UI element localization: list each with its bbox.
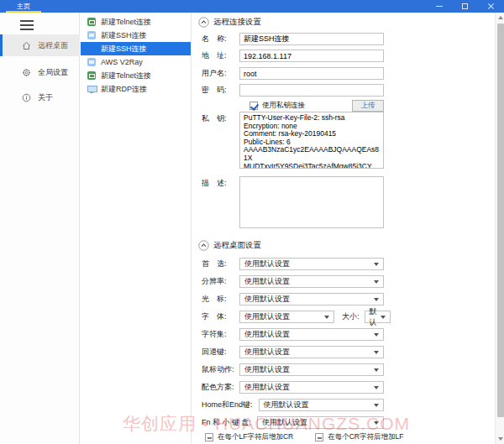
list-item-telnet-1[interactable]: 新建Telnet连接: [81, 15, 191, 29]
info-icon: [22, 93, 31, 102]
font-size-select[interactable]: 默认: [365, 311, 391, 323]
fn-keypad-select[interactable]: 使用默认设置: [257, 416, 384, 429]
scroll-down-button[interactable]: [496, 434, 504, 444]
password-input[interactable]: [239, 84, 384, 97]
color-scheme-row: 配色方案: 使用默认设置: [202, 379, 384, 396]
scrollbar-thumb[interactable]: [497, 24, 504, 417]
chevron-down-icon: [374, 421, 379, 425]
name-row: 名 称:: [202, 33, 384, 45]
font-size-label: 大小:: [342, 311, 360, 322]
chevron-down-icon: [374, 368, 379, 372]
home-icon: [22, 41, 31, 50]
username-input[interactable]: [239, 67, 384, 80]
section-header-connection: 远程连接设置: [198, 17, 261, 28]
backspace-select[interactable]: 使用默认设置: [239, 346, 384, 358]
password-row: 密 码:: [202, 84, 384, 97]
preference-select[interactable]: 使用默认设置: [239, 258, 384, 270]
list-item-label: 新建SSH连接: [101, 30, 147, 41]
name-label: 名 称:: [202, 34, 239, 44]
address-label: 地 址:: [202, 50, 239, 61]
chevron-down-icon: [374, 280, 379, 284]
charset-row: 字符集: 使用默认设置: [202, 326, 384, 343]
list-item-aws-v2ray[interactable]: AWS V2Ray: [81, 55, 191, 69]
resolution-label: 分辨率:: [202, 276, 239, 287]
sidebar-item-global-settings[interactable]: 全局设置: [0, 61, 80, 83]
sidebar-item-label: 远程桌面: [38, 40, 68, 51]
sidebar-item-remote-desktop[interactable]: 远程桌面: [0, 34, 80, 56]
backspace-label: 回退键:: [202, 347, 239, 358]
list-item-ssh-2-selected[interactable]: 新建SSH连接: [81, 42, 191, 55]
arrow-up-icon: [498, 16, 503, 19]
color-scheme-select[interactable]: 使用默认设置: [239, 381, 384, 394]
section-header-desktop: 远程桌面设置: [198, 240, 261, 251]
chevron-down-icon: [374, 298, 379, 301]
private-key-textarea[interactable]: PuTTY-User-Key-File-2: ssh-rsa Encryptio…: [239, 112, 384, 169]
backspace-row: 回退键: 使用默认设置: [202, 343, 384, 361]
private-key-toggle-row: 使用私钥连接 上传: [249, 100, 384, 112]
app-window: 主页 远程桌面 全局设置 关于: [0, 0, 504, 444]
list-item-label: 新建Telnet连接: [101, 71, 151, 81]
resolution-row: 分辨率: 使用默认设置: [202, 273, 384, 290]
desktop-settings-rows: 首 选: 使用默认设置 分辨率: 使用默认设置 光 标: 使用默认设置 字 体:…: [202, 255, 384, 431]
minimize-button[interactable]: [426, 0, 452, 13]
chevron-down-icon: [374, 404, 379, 407]
resolution-select[interactable]: 使用默认设置: [239, 275, 384, 288]
description-textarea[interactable]: [239, 176, 384, 228]
collapse-icon[interactable]: [198, 240, 209, 251]
menu-toggle-button[interactable]: [20, 20, 34, 30]
close-button[interactable]: [478, 0, 504, 13]
list-item-telnet-2[interactable]: 新建Telnet连接: [81, 69, 191, 82]
address-input[interactable]: [239, 50, 384, 62]
list-item-ssh-1[interactable]: 新建SSH连接: [81, 29, 191, 42]
maximize-button[interactable]: [452, 0, 478, 13]
preference-row: 首 选: 使用默认设置: [202, 255, 384, 273]
home-end-row: Home和End键: 使用默认设置: [202, 396, 384, 414]
section-title: 远程桌面设置: [213, 240, 261, 251]
chevron-down-icon: [374, 386, 379, 389]
charset-select[interactable]: 使用默认设置: [239, 328, 384, 341]
username-row: 用户名:: [202, 67, 384, 80]
fn-keypad-row: Fn 和 小 键 盘: 使用默认设置: [202, 414, 384, 431]
cr-add-lf-label: 在每个CR字符后增加LF: [328, 432, 403, 442]
font-select[interactable]: 使用默认设置: [239, 311, 334, 323]
home-end-label: Home和End键:: [202, 400, 253, 410]
lf-add-cr-checkbox[interactable]: [205, 433, 213, 441]
name-input[interactable]: [239, 33, 384, 45]
list-item-rdp[interactable]: 新建RDP连接: [81, 82, 191, 96]
password-label: 密 码:: [202, 85, 239, 96]
private-key-row: 私 钥: PuTTY-User-Key-File-2: ssh-rsa Encr…: [202, 112, 384, 169]
gear-icon: [22, 68, 31, 77]
use-private-key-label: 使用私钥连接: [262, 101, 305, 111]
upload-button[interactable]: 上传: [352, 100, 384, 112]
description-label: 描 述:: [202, 176, 239, 189]
vertical-scrollbar[interactable]: [495, 13, 504, 444]
private-key-label: 私 钥:: [202, 112, 239, 124]
settings-form: 远程连接设置 名 称: 地 址: 用户名: 密 码: 使用私钥连接 上传 私 钥…: [192, 13, 494, 444]
scroll-up-button[interactable]: [496, 13, 504, 23]
chevron-down-icon: [324, 316, 329, 319]
ssh-icon: [87, 58, 96, 66]
window-controls: [426, 0, 504, 13]
rdp-monitor-icon: [87, 85, 96, 93]
chevron-down-icon: [381, 316, 386, 319]
arrow-down-icon: [498, 437, 503, 441]
cursor-select[interactable]: 使用默认设置: [239, 293, 384, 306]
collapse-icon[interactable]: [198, 17, 209, 28]
cr-add-lf-checkbox[interactable]: [315, 433, 323, 441]
section-title: 远程连接设置: [213, 17, 261, 28]
mouse-action-select[interactable]: 使用默认设置: [239, 363, 384, 376]
charset-label: 字符集:: [202, 329, 239, 340]
close-icon: [487, 3, 495, 10]
telnet-icon: [87, 18, 96, 26]
preference-label: 首 选:: [202, 259, 239, 269]
maximize-icon: [462, 3, 468, 9]
home-end-select[interactable]: 使用默认设置: [259, 399, 384, 411]
sidebar-item-about[interactable]: 关于: [0, 86, 80, 108]
username-label: 用户名:: [202, 68, 239, 79]
mouse-action-row: 鼠标动作: 使用默认设置: [202, 361, 384, 379]
chevron-down-icon: [374, 263, 379, 266]
description-row: 描 述:: [202, 176, 384, 228]
telnet-icon: [87, 71, 96, 80]
ssh-icon: [87, 31, 96, 39]
use-private-key-checkbox[interactable]: [249, 102, 258, 110]
